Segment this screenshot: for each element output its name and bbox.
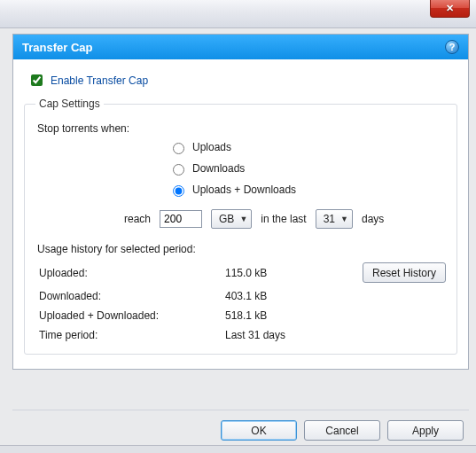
radio-uploads-label: Uploads xyxy=(192,141,231,153)
chevron-down-icon: ▼ xyxy=(239,215,247,223)
window-title-bar: ✕ xyxy=(0,0,476,28)
reach-label: reach xyxy=(124,213,151,225)
radio-downloads-label: Downloads xyxy=(192,162,245,175)
help-icon[interactable]: ? xyxy=(445,40,459,54)
radio-uploads-input[interactable] xyxy=(173,143,184,154)
section-header: Transfer Cap ? xyxy=(13,35,468,59)
cap-settings-legend: Cap Settings xyxy=(35,98,104,110)
uploaded-value: 115.0 kB xyxy=(225,267,332,279)
upload-download-value: 518.1 kB xyxy=(225,309,332,322)
downloaded-value: 403.1 kB xyxy=(225,290,332,302)
close-icon: ✕ xyxy=(446,3,454,14)
button-bar-separator xyxy=(12,410,469,410)
radio-downloads-input[interactable] xyxy=(173,164,184,176)
radio-downloads[interactable]: Downloads xyxy=(168,161,446,176)
enable-transfer-cap-checkbox[interactable]: Enable Transfer Cap xyxy=(27,72,457,89)
status-bar-fragment xyxy=(0,445,476,453)
downloaded-label: Downloaded: xyxy=(39,290,225,302)
usage-history-label: Usage history for selected period: xyxy=(37,243,446,255)
radio-both[interactable]: Uploads + Downloads xyxy=(168,183,446,197)
dialog-button-bar: OK Cancel Apply xyxy=(221,420,464,441)
radio-both-label: Uploads + Downloads xyxy=(192,184,296,196)
reach-unit-value: GB xyxy=(219,213,234,225)
enable-checkbox-label: Enable Transfer Cap xyxy=(51,74,148,87)
reach-unit-select[interactable]: GB ▼ xyxy=(211,209,252,229)
enable-checkbox-input[interactable] xyxy=(31,74,43,86)
section-title: Transfer Cap xyxy=(22,41,92,54)
days-label: days xyxy=(362,213,384,225)
uploaded-label: Uploaded: xyxy=(39,267,225,279)
settings-panel: Transfer Cap ? Enable Transfer Cap Cap S… xyxy=(12,34,469,370)
period-select[interactable]: 31 ▼ xyxy=(316,209,353,229)
cap-settings-group: Cap Settings Stop torrents when: Uploads… xyxy=(24,98,457,355)
reach-value-input[interactable] xyxy=(160,210,202,228)
time-period-label: Time period: xyxy=(39,329,225,341)
reach-row: reach GB ▼ in the last 31 ▼ days xyxy=(124,209,446,229)
help-glyph: ? xyxy=(449,42,456,52)
radio-both-input[interactable] xyxy=(173,185,184,197)
cancel-button[interactable]: Cancel xyxy=(304,420,380,441)
usage-history-grid: Uploaded: 115.0 kB Reset History Downloa… xyxy=(39,262,446,341)
in-last-label: in the last xyxy=(261,213,306,225)
stop-torrents-label: Stop torrents when: xyxy=(37,122,446,135)
upload-download-label: Uploaded + Downloaded: xyxy=(39,309,225,322)
radio-uploads[interactable]: Uploads xyxy=(168,140,446,154)
apply-button[interactable]: Apply xyxy=(387,420,464,441)
period-value: 31 xyxy=(324,213,335,225)
time-period-value: Last 31 days xyxy=(225,329,332,341)
section-body: Enable Transfer Cap Cap Settings Stop to… xyxy=(13,59,468,369)
stop-radio-group: Uploads Downloads Uploads + Downloads xyxy=(168,140,446,197)
chevron-down-icon: ▼ xyxy=(340,215,348,223)
window-close-button[interactable]: ✕ xyxy=(430,0,470,18)
ok-button[interactable]: OK xyxy=(221,420,297,441)
reset-history-button[interactable]: Reset History xyxy=(363,262,446,283)
